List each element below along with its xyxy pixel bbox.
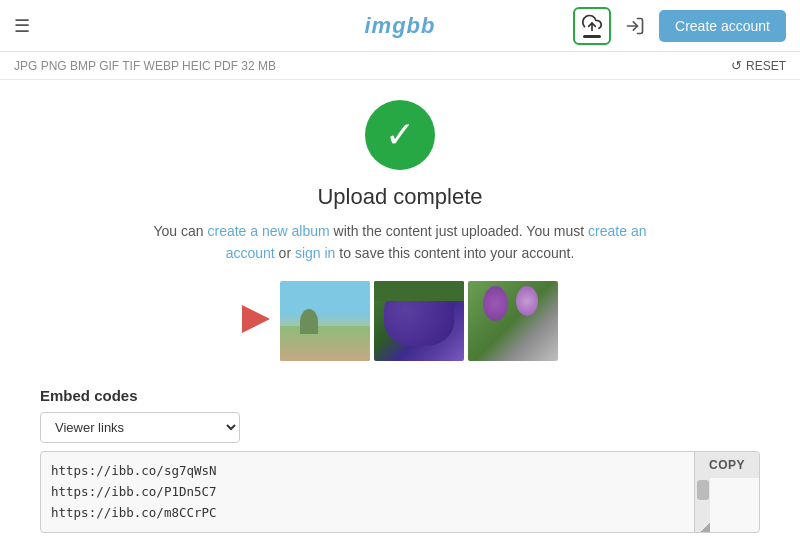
- signin-arrow-icon: [625, 16, 645, 36]
- links-text: https://ibb.co/sg7qWsN https://ibb.co/P1…: [41, 452, 694, 532]
- subheader: JPG PNG BMP GIF TIF WEBP HEIC PDF 32 MB …: [0, 52, 800, 80]
- reset-button[interactable]: ↺ RESET: [731, 58, 786, 73]
- links-box: https://ibb.co/sg7qWsN https://ibb.co/P1…: [40, 451, 760, 533]
- scrollbar[interactable]: [694, 478, 710, 532]
- embed-codes-title: Embed codes: [40, 387, 760, 404]
- upload-button-icon[interactable]: [573, 7, 611, 45]
- resize-handle-icon[interactable]: [698, 520, 710, 532]
- desc-middle: with the content just uploaded. You must: [330, 223, 588, 239]
- hamburger-icon[interactable]: ☰: [14, 15, 30, 37]
- login-icon[interactable]: [619, 10, 651, 42]
- file-types-label: JPG PNG BMP GIF TIF WEBP HEIC PDF 32 MB: [14, 59, 276, 73]
- reset-label: RESET: [746, 59, 786, 73]
- create-album-link[interactable]: create a new album: [208, 223, 330, 239]
- success-circle: ✓: [365, 100, 435, 170]
- cloud-upload-icon: [582, 13, 602, 33]
- image-flowers[interactable]: [468, 281, 558, 361]
- reset-icon: ↺: [731, 58, 742, 73]
- upload-progress-bar: [583, 35, 601, 38]
- links-right: COPY: [694, 452, 759, 532]
- viewer-links-select[interactable]: Viewer links Direct links HTML codes BBc…: [40, 412, 240, 443]
- checkmark-icon: ✓: [385, 117, 415, 153]
- header: ☰ imgbb Create account: [0, 0, 800, 52]
- copy-button[interactable]: COPY: [694, 452, 759, 478]
- create-account-button[interactable]: Create account: [659, 10, 786, 42]
- gallery-images: [280, 281, 558, 361]
- sign-in-link[interactable]: sign in: [295, 245, 335, 261]
- link-2: https://ibb.co/P1Dn5C7: [51, 481, 684, 502]
- upload-description: You can create a new album with the cont…: [150, 220, 650, 265]
- logo[interactable]: imgbb: [365, 13, 436, 39]
- scrollbar-thumb: [697, 480, 709, 500]
- link-1: https://ibb.co/sg7qWsN: [51, 460, 684, 481]
- arrow-container: [242, 305, 270, 336]
- image-beach[interactable]: [280, 281, 370, 361]
- main-content: ✓ Upload complete You can create a new a…: [0, 80, 800, 387]
- arrow-right-icon: [242, 305, 270, 333]
- desc-prefix: You can: [154, 223, 208, 239]
- upload-complete-title: Upload complete: [40, 184, 760, 210]
- embed-section: Embed codes Viewer links Direct links HT…: [0, 387, 800, 533]
- link-3: https://ibb.co/m8CCrPC: [51, 502, 684, 523]
- header-left: ☰: [14, 15, 30, 37]
- desc-suffix: to save this content into your account.: [335, 245, 574, 261]
- desc-or: or: [275, 245, 295, 261]
- gallery-container: [40, 281, 760, 361]
- image-grapes[interactable]: [374, 281, 464, 361]
- header-right: Create account: [573, 7, 786, 45]
